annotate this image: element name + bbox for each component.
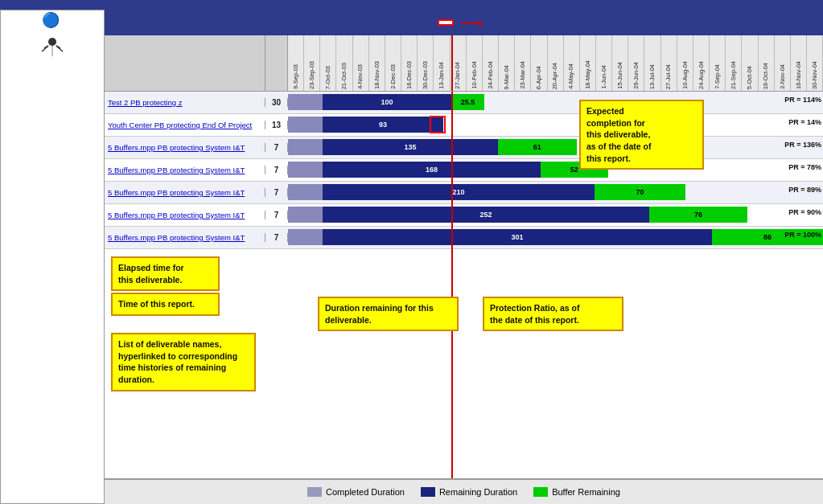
bar-remaining: 301 (323, 229, 712, 245)
bar-buffer: 61 (498, 139, 577, 155)
bar-container: 13561 (288, 139, 823, 155)
svg-point-0 (48, 38, 56, 46)
task-duration: 7 (265, 188, 288, 197)
task-duration: 7 (265, 233, 288, 242)
task-duration: 7 (265, 143, 288, 152)
date-col: 7-Oct-03 (320, 35, 336, 91)
task-name[interactable]: Youth Center PB protecting End Of Projec… (105, 121, 265, 129)
pr-label: PR = 14% (788, 118, 821, 126)
bar-container: 10025.5 (288, 94, 823, 110)
date-col: 23-Sep-03 (304, 35, 320, 91)
legend-label: Remaining Duration (439, 487, 517, 497)
task-chart: 30186PR = 100% (288, 227, 823, 248)
legend-swatch (307, 487, 322, 497)
report-date-label (438, 19, 454, 26)
date-col: 13-Jul-04 (644, 35, 660, 91)
task-row: 5 Buffers.mpp PB protecting System I&T71… (105, 137, 823, 159)
logo-spider (40, 34, 64, 61)
bar-container: 16852 (288, 162, 823, 178)
date-col: 24-Feb-04 (483, 35, 499, 91)
bar-container: 30186 (288, 229, 823, 245)
bar-completed (288, 207, 323, 223)
date-col: 21-Oct-03 (336, 35, 352, 91)
bar-remaining: 135 (323, 139, 497, 155)
task-row: 5 Buffers.mpp PB protecting System I&T72… (105, 204, 823, 227)
duration-col-header (265, 35, 288, 91)
date-col: 13-Jan-04 (434, 35, 450, 91)
date-col: 21-Sep-04 (726, 35, 742, 91)
date-col: 15-Jun-04 (612, 35, 628, 91)
pr-label: PR = 89% (788, 186, 821, 194)
task-name[interactable]: 5 Buffers.mpp PB protecting System I&T (105, 188, 265, 197)
bar-container: 21070 (288, 184, 823, 200)
date-col: 10-Aug-04 (677, 35, 693, 91)
pr-label: PR = 100% (784, 231, 821, 239)
date-col: 23-Mar-04 (515, 35, 531, 91)
task-row: 5 Buffers.mpp PB protecting System I&T71… (105, 159, 823, 182)
task-name[interactable]: 5 Buffers.mpp PB protecting System I&T (105, 166, 265, 174)
task-row: Youth Center PB protecting End Of Projec… (105, 114, 823, 137)
date-col: 4-May-04 (564, 35, 580, 91)
bar-buffer: 25.5 (451, 94, 484, 110)
bar-container: 93 (288, 117, 823, 133)
pr-label: PR = 90% (788, 208, 821, 216)
date-col: 9-Mar-04 (499, 35, 515, 91)
date-col: 9-Sep-03 (288, 35, 304, 91)
pr-label: PR = 114% (784, 96, 821, 104)
task-area: Test 2 PB protecting z3010025.5PR = 114%… (105, 92, 823, 478)
task-name[interactable]: 5 Buffers.mpp PB protecting System I&T (105, 211, 265, 219)
report-date-line (451, 92, 453, 478)
task-name[interactable]: 5 Buffers.mpp PB protecting System I&T (105, 143, 265, 152)
task-label-col-header (105, 35, 265, 91)
task-duration: 13 (265, 121, 288, 129)
date-col: 30-Dec-03 (418, 35, 434, 91)
task-row: Test 2 PB protecting z3010025.5PR = 114% (105, 92, 823, 114)
bar-buffer: 76 (649, 207, 747, 223)
task-name[interactable]: 5 Buffers.mpp PB protecting System I&T (105, 233, 265, 242)
date-col: 16-Nov-04 (791, 35, 807, 91)
date-col: 29-Jun-04 (628, 35, 644, 91)
date-col: 16-Dec-03 (401, 35, 418, 91)
annotation-box-5: List of deliverable names, hyperlinked t… (111, 333, 256, 391)
bar-outline (430, 116, 446, 133)
legend-label: Buffer Remaining (552, 487, 620, 497)
task-row: 5 Buffers.mpp PB protecting System I&T72… (105, 182, 823, 204)
date-header: 9-Sep-0323-Sep-037-Oct-0321-Oct-034-Nov-… (105, 35, 823, 92)
task-chart: 93PR = 14% (288, 114, 823, 136)
date-col: 10-Feb-04 (467, 35, 483, 91)
bar-completed (288, 162, 323, 178)
bar-completed (288, 184, 323, 200)
annotation-box-2: Duration remaining for this deliverable. (318, 297, 459, 331)
task-chart: 25276PR = 90% (288, 204, 823, 226)
bar-remaining: 252 (323, 207, 649, 223)
logo-row: 🔵 (42, 11, 63, 29)
date-col: 2-Nov-04 (775, 35, 791, 91)
portfolio-header (0, 0, 823, 10)
date-col: 19-Oct-04 (759, 35, 775, 91)
date-columns: 9-Sep-0323-Sep-037-Oct-0321-Oct-034-Nov-… (288, 35, 823, 91)
date-col: 5-Oct-04 (742, 35, 758, 91)
main-container: 🔵 ⟶ (0, 0, 823, 504)
logo-bug-icon: 🔵 (42, 11, 60, 29)
legend-swatch (533, 487, 548, 497)
task-chart: 21070PR = 89% (288, 182, 823, 203)
task-duration: 7 (265, 166, 288, 174)
date-col: 18-May-04 (580, 35, 596, 91)
bar-container: 25276 (288, 207, 823, 223)
bar-remaining: 93 (323, 117, 443, 133)
task-row: 5 Buffers.mpp PB protecting System I&T73… (105, 227, 823, 249)
report-date-bar: ⟶ (105, 10, 823, 35)
bar-completed (288, 94, 323, 110)
task-chart: 16852PR = 78% (288, 159, 823, 181)
task-name[interactable]: Test 2 PB protecting z (105, 98, 265, 107)
date-col: 6-Apr-04 (531, 35, 547, 91)
annotation-box-1: Time of this report. (111, 293, 220, 316)
task-duration: 7 (265, 211, 288, 219)
task-duration: 30 (265, 98, 288, 107)
pr-label: PR = 78% (788, 163, 821, 171)
date-col: 27-Jul-04 (661, 35, 677, 91)
pr-label: PR = 136% (784, 141, 821, 149)
task-chart: 13561PR = 136% (288, 137, 823, 158)
bar-completed (288, 117, 323, 133)
bar-buffer: 70 (595, 184, 685, 200)
